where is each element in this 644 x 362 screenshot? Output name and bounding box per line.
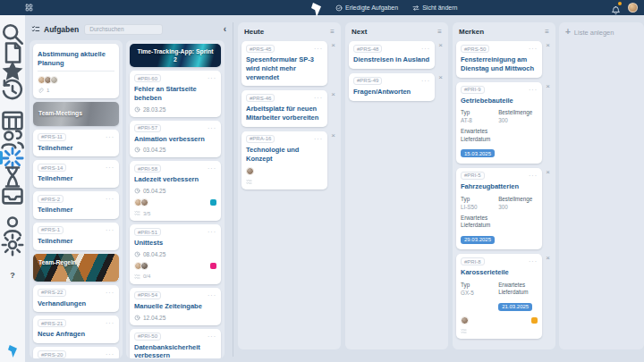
- task-card[interactable]: #PRS-1···Teilnehmer: [33, 223, 119, 250]
- field-label: Bestellmenge: [498, 109, 538, 116]
- card-row: #PRS-50···Fensterreinigung am Dienstag u…: [456, 41, 552, 78]
- card-menu-dots-icon[interactable]: ···: [106, 228, 114, 232]
- card-menu-dots-icon[interactable]: ···: [106, 352, 114, 357]
- assignee-avatars: [461, 316, 467, 324]
- apps-menu-icon[interactable]: [25, 4, 33, 12]
- card-menu-dots-icon[interactable]: ···: [208, 230, 216, 234]
- user-avatar[interactable]: [628, 3, 638, 13]
- remove-card-icon[interactable]: ×: [544, 82, 552, 164]
- card-tag-row: #PRS-45···: [246, 45, 323, 53]
- card-menu-dots-icon[interactable]: ···: [208, 166, 216, 171]
- list-menu-icon[interactable]: ≡: [437, 29, 442, 36]
- task-card[interactable]: #PRS-2···Teilnehmer: [33, 191, 119, 219]
- task-card[interactable]: #PRS-48···Dienstreisen in Ausland: [349, 41, 435, 69]
- card-menu-dots-icon[interactable]: ···: [314, 137, 323, 141]
- note-card[interactable]: Abstimmung aktuelle Planung1: [33, 44, 119, 98]
- task-card[interactable]: #PRI-5···FahrzeugbatterienTypLI-S50Beste…: [456, 168, 542, 249]
- sidebar-item-settings[interactable]: [0, 235, 25, 254]
- card-menu-dots-icon[interactable]: ···: [106, 321, 114, 325]
- task-card[interactable]: #PRA-16···Technologie und Konzept: [242, 131, 327, 190]
- remove-card-icon[interactable]: ×: [436, 41, 445, 69]
- panel-columns: Abstimmung aktuelle Planung1Team-Meeting…: [30, 40, 228, 358]
- task-card[interactable]: #PRS-49···Fragen/Antworten: [349, 73, 435, 101]
- card-title: Teilnehmer: [38, 206, 114, 215]
- task-card[interactable]: #PRS-20···Aktuelle Leads: [33, 347, 119, 358]
- date-chip[interactable]: 29.03.2025: [461, 236, 495, 244]
- change-view-label: Sicht ändern: [422, 4, 457, 11]
- attachments: 1: [38, 88, 114, 94]
- image-card[interactable]: Team-Meetings: [33, 102, 119, 126]
- status-badge: [210, 263, 216, 269]
- task-card[interactable]: #PRI-54···Manuelle Zeiteingabe12.04.25: [130, 288, 221, 325]
- task-card[interactable]: #PRI-60···Fehler an Startseite beheben28…: [130, 71, 221, 117]
- card-title: Ladezeit verbessern: [134, 175, 216, 184]
- card-tag-row: #PRS-46···: [246, 94, 323, 102]
- change-view-button[interactable]: Sicht ändern: [412, 0, 457, 15]
- completed-tasks-label: Erledigte Aufgaben: [345, 4, 398, 11]
- attachment-count: 1: [47, 88, 49, 93]
- task-card[interactable]: #PRI-58···Ladezeit verbessern05.04.253/5: [130, 161, 221, 221]
- task-card[interactable]: #PRI-50···Datenbanksicherheit verbessern…: [130, 329, 221, 359]
- task-card[interactable]: #PRI-51···Unittests08.04.250/4: [130, 224, 221, 284]
- list-menu-icon[interactable]: ≡: [545, 29, 549, 36]
- card-menu-dots-icon[interactable]: ···: [421, 79, 430, 83]
- card-menu-dots-icon[interactable]: ···: [529, 88, 538, 92]
- card-menu-dots-icon[interactable]: ···: [208, 293, 216, 298]
- card-menu-dots-icon[interactable]: ···: [314, 46, 323, 51]
- completed-tasks-button[interactable]: Erledigte Aufgaben: [335, 0, 398, 15]
- card-menu-dots-icon[interactable]: ···: [106, 165, 114, 170]
- sidebar-item-archive[interactable]: [0, 186, 25, 205]
- add-list-button[interactable]: + Liste anlegen: [559, 22, 644, 349]
- sidebar-item-history[interactable]: [0, 80, 25, 99]
- card-menu-dots-icon[interactable]: ···: [529, 46, 538, 51]
- task-card[interactable]: #PRS-21···Neue Anfragen: [33, 316, 119, 343]
- search-input[interactable]: [84, 24, 163, 35]
- image-card[interactable]: Time-Tracking-App: Sprint 2: [130, 44, 221, 67]
- task-card[interactable]: #PRI-57···Animation verbessern03.04.25: [130, 121, 221, 158]
- card-tag: #PRS-48: [353, 45, 382, 53]
- assignee-avatars: [134, 198, 147, 206]
- card-menu-dots-icon[interactable]: ···: [208, 334, 216, 339]
- panel-header: Aufgaben ‹: [30, 22, 228, 36]
- card-tag-row: #PRS-48···: [353, 45, 430, 53]
- date-chip[interactable]: 15.03.2025: [461, 149, 495, 157]
- collapse-panel-icon[interactable]: ‹: [224, 25, 226, 34]
- checklist-icon: [134, 210, 140, 216]
- card-title: Technologie und Konzept: [246, 146, 323, 164]
- remove-card-icon[interactable]: ×: [329, 131, 337, 190]
- task-card[interactable]: #PRS-11···Teilnehmer: [33, 130, 119, 157]
- task-card[interactable]: #PRI-8···KarosserieteileTypGX-5Erwartete…: [456, 254, 542, 339]
- card-menu-dots-icon[interactable]: ···: [529, 173, 538, 178]
- app-logo-small-icon[interactable]: [8, 345, 17, 358]
- card-menu-dots-icon[interactable]: ···: [208, 76, 216, 80]
- card-menu-dots-icon[interactable]: ···: [314, 96, 323, 100]
- remove-card-icon[interactable]: ×: [329, 41, 337, 86]
- image-card[interactable]: Team-Regeln: [33, 254, 119, 282]
- card-menu-dots-icon[interactable]: ···: [106, 290, 114, 295]
- date-chip[interactable]: 21.03.2025: [498, 303, 532, 311]
- remove-card-icon[interactable]: ×: [436, 73, 445, 101]
- card-tag-row: #PRI-54···: [134, 291, 216, 299]
- remove-card-icon[interactable]: ×: [329, 90, 337, 127]
- card-menu-dots-icon[interactable]: ···: [421, 46, 430, 51]
- task-card[interactable]: #PRS-50···Fensterreinigung am Dienstag u…: [456, 41, 542, 78]
- card-tag-row: #PRI-57···: [134, 124, 216, 132]
- card-menu-dots-icon[interactable]: ···: [106, 135, 114, 139]
- card-menu-dots-icon[interactable]: ···: [208, 126, 216, 130]
- remove-card-icon[interactable]: ×: [544, 254, 552, 339]
- task-card[interactable]: #PRS-45···Spesenformular SP-3 wird nicht…: [242, 41, 327, 86]
- sidebar-item-help[interactable]: ?: [0, 265, 25, 284]
- notifications-bell-icon[interactable]: [611, 3, 621, 13]
- card-menu-dots-icon[interactable]: ···: [529, 259, 538, 264]
- remove-card-icon[interactable]: ×: [544, 168, 552, 249]
- kanban-board: Aufgaben ‹ Abstimmung aktuelle Planung1T…: [25, 15, 644, 362]
- list-menu-icon[interactable]: ≡: [330, 29, 335, 36]
- card-menu-dots-icon[interactable]: ···: [106, 197, 114, 201]
- task-card[interactable]: #PRS-46···Arbeitsplatz für neuen Mitarbe…: [242, 90, 327, 127]
- card-tag: #PRI-58: [134, 164, 161, 173]
- task-card[interactable]: #PRS-14···Teilnehmer: [33, 160, 119, 188]
- field-value: GX-5: [461, 290, 495, 296]
- task-card[interactable]: #PRS-22···Verhandlungen: [33, 285, 119, 313]
- remove-card-icon[interactable]: ×: [544, 41, 552, 78]
- task-card[interactable]: #PRI-9···GetriebebauteileTypAT-8Bestellm…: [456, 82, 542, 164]
